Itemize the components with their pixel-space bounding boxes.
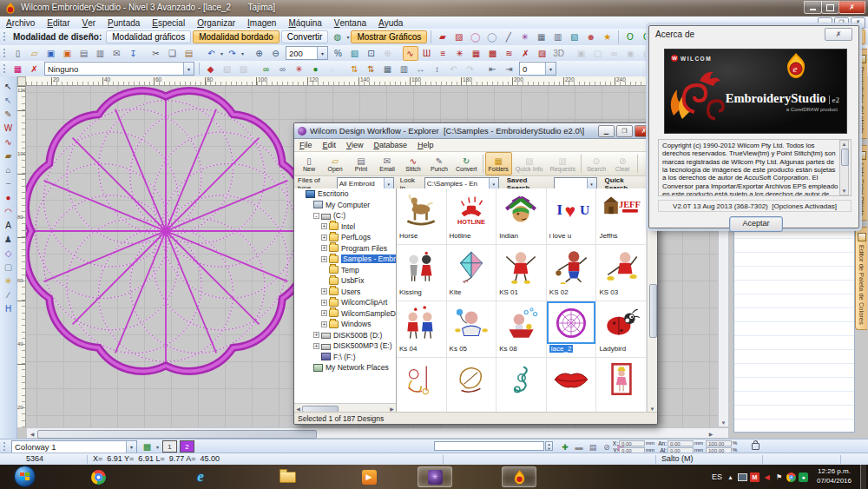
lettering-W-tool[interactable]: W <box>1 121 16 135</box>
close-button[interactable]: ✗ <box>838 1 865 14</box>
design-thumbnail-ks-04[interactable]: Ks 04 <box>397 301 447 358</box>
tree-item-disk500mp3-e-[interactable]: +DISK500MP3 (E:) <box>294 340 396 352</box>
explorer-stitch-button[interactable]: ∿Stitch <box>400 152 426 175</box>
explorer-menu-edit[interactable]: Edit <box>318 141 342 149</box>
design-thumbnail-ks-03[interactable]: KS 03 <box>596 245 647 301</box>
tree-item-f-f-[interactable]: F:\ (F:) <box>294 352 396 363</box>
hoop-globe-icon[interactable]: ◍ <box>330 30 345 44</box>
ungroup-icon[interactable]: ▢ <box>590 46 606 61</box>
chain-icon[interactable]: ∞ <box>607 46 622 61</box>
aspect-lock-icon[interactable] <box>752 443 760 450</box>
remove-color-icon[interactable]: ✗ <box>27 62 43 76</box>
explorer-menu-help[interactable]: Help <box>412 141 439 149</box>
design-thumbnail-jeffhs[interactable]: JEFFJeffhs <box>596 188 647 245</box>
menu-maquina[interactable]: Máquina <box>282 17 327 29</box>
stitch-program-icon[interactable]: ▦ <box>469 46 484 61</box>
tray-green-app-icon[interactable]: ● <box>799 472 808 482</box>
tray-red-player-icon[interactable]: ◀ <box>762 472 772 482</box>
colorway-chip-1[interactable]: 1 <box>162 440 177 453</box>
undo-icon[interactable]: ↶ <box>204 46 220 61</box>
measure-pen-tool[interactable]: ✎ <box>1 107 16 121</box>
explorer-print-button[interactable]: ▤Print <box>348 152 374 175</box>
design-thumbnail-indian[interactable]: Indian <box>496 188 547 245</box>
design-thumbnail-lily[interactable] <box>447 358 497 413</box>
select-arrow-tool[interactable]: ↖ <box>1 79 16 93</box>
accept-button[interactable]: Aceptar <box>729 216 783 232</box>
stitch-contour-icon[interactable]: ≋ <box>502 46 517 61</box>
stitch-cross-icon[interactable]: ✗ <box>518 46 534 61</box>
zoom-combo[interactable]: 200▾ <box>286 46 328 60</box>
tree-item-temp[interactable]: Temp <box>294 265 396 276</box>
tray-arrow-up-icon[interactable]: ▴ <box>726 472 735 482</box>
open-design-icon[interactable]: ▱ <box>27 46 43 61</box>
design-thumbnail-ladybird[interactable]: Ladybird <box>596 301 647 358</box>
roof-tool[interactable]: ⌂ <box>1 162 16 176</box>
jump-left-icon[interactable]: ⇤ <box>485 62 501 76</box>
design-thumbnail-ks-08[interactable]: Ks 08 <box>496 301 547 358</box>
lock-icon[interactable]: ◉ <box>623 46 639 61</box>
tree-item-program-files[interactable]: +Program Files <box>294 243 396 254</box>
square-tool[interactable]: ▢ <box>1 260 16 274</box>
figures-tool[interactable]: ♟ <box>1 232 16 246</box>
group-icon[interactable]: ▣ <box>574 46 589 61</box>
design-thumbnail-ks-02[interactable]: KS 02 <box>547 245 597 301</box>
canvas-horizontal-scrollbar[interactable]: ◀ ▶ <box>26 427 729 439</box>
ball-green-icon[interactable]: ● <box>308 62 324 76</box>
explorer-titlebar[interactable]: Wilcom Design Workflow - Explorer [C:\Sa… <box>294 123 657 139</box>
back-gray-icon[interactable]: ↶ <box>446 62 462 76</box>
run-wave-tool[interactable]: ∿ <box>1 135 16 149</box>
show-desktop-button[interactable] <box>860 465 866 489</box>
outline-color-combo[interactable]: Ninguno▾ <box>44 62 194 76</box>
explorer-punch-button[interactable]: ✎Punch <box>426 152 452 175</box>
menu-ver[interactable]: Ver <box>76 17 102 29</box>
arc-red-tool[interactable]: ◠ <box>1 204 16 218</box>
save-design-icon[interactable]: ▣ <box>43 46 59 61</box>
toolbar-grip[interactable] <box>3 441 7 451</box>
link-green-1-icon[interactable]: ∞ <box>259 62 274 76</box>
scroll-down-icon[interactable]: ▼ <box>719 420 728 426</box>
colorway-edit-field[interactable] <box>434 441 544 451</box>
minimize-button[interactable] <box>804 1 822 14</box>
reorder-orange-icon[interactable]: ⇅ <box>347 62 363 76</box>
width-input[interactable]: 0.00 <box>667 440 694 446</box>
about-close-button[interactable]: ✗ <box>825 28 852 41</box>
tree-item-windows[interactable]: +Windows <box>294 319 396 330</box>
grid-pair-2-icon[interactable]: ▥ <box>397 62 412 76</box>
explorer-maximize-button[interactable]: ❐ <box>616 125 633 137</box>
scroll-right-icon[interactable]: ▶ <box>707 431 714 437</box>
design-thumbnail-girl[interactable] <box>596 358 647 413</box>
jump-right-icon[interactable]: ⇥ <box>502 62 517 76</box>
tree-item-perflogs[interactable]: +PerfLogs <box>294 232 396 243</box>
tree-item-users[interactable]: +Users <box>294 287 396 298</box>
tree-item-intel[interactable]: +Intel <box>294 221 396 233</box>
fwd-gray-icon[interactable]: ↷ <box>463 62 478 76</box>
save-orange-icon[interactable]: ▣ <box>60 46 76 61</box>
grid-complex-icon[interactable]: ▦ <box>534 30 549 44</box>
remove-chip-icon[interactable]: ▬ <box>573 440 586 453</box>
tree-item-escritorio[interactable]: Escritorio <box>294 188 396 200</box>
explorer-requests-button[interactable]: ▥Requests <box>546 152 579 175</box>
colorway-spinner[interactable]: ▲▼ <box>545 441 553 451</box>
design-thumbnail-ks-01[interactable]: KS 01 <box>496 245 547 301</box>
taskbar-chrome-button[interactable] <box>81 466 115 487</box>
tray-monitor-icon[interactable] <box>738 472 747 482</box>
paste-icon[interactable]: ▤ <box>181 46 197 61</box>
menu-editar[interactable]: Editar <box>41 17 76 29</box>
menu-ayuda[interactable]: Ayuda <box>372 17 409 29</box>
globe-dropdown-caret[interactable]: ▾ <box>346 34 349 40</box>
taskbar-wilcom-button[interactable]: ✳ <box>418 466 452 487</box>
tree-item--c-[interactable]: -(C:) <box>294 210 396 221</box>
toolbar-grip[interactable] <box>3 63 7 75</box>
stitch-3d-icon[interactable]: 3D <box>551 46 567 61</box>
diamond-tool[interactable]: ◇ <box>1 246 16 260</box>
design-thumbnail-kite[interactable]: Kite <box>447 245 497 301</box>
language-indicator[interactable]: ES <box>712 472 722 481</box>
design-thumbnail-horse[interactable]: Horse <box>397 188 447 245</box>
add-color-icon[interactable]: ✚ <box>559 440 572 453</box>
design-thumbnail-flower[interactable] <box>397 358 447 413</box>
redo-icon[interactable]: ↷ <box>225 46 240 61</box>
mirror-H-tool[interactable]: H <box>1 301 16 315</box>
taskbar-clock[interactable]: 12:26 p.m. 07/04/2016 <box>812 467 857 486</box>
fill-satin-icon[interactable]: ▰ <box>435 30 450 44</box>
maximize-button[interactable] <box>821 1 839 14</box>
